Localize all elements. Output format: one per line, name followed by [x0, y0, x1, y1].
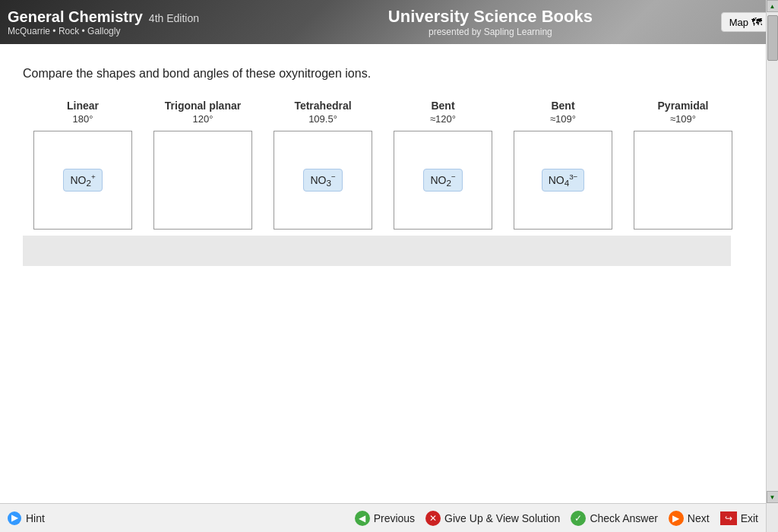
- check-icon: ✓: [571, 511, 586, 526]
- header-publisher: University Science Books: [260, 7, 721, 27]
- next-button[interactable]: ▶ Next: [669, 511, 710, 526]
- column-linear: Linear 180° NO2+: [23, 100, 143, 230]
- column-bent120: Bent ≈120° NO2−: [383, 100, 503, 230]
- header-presented: presented by Sapling Learning: [260, 27, 721, 37]
- angle-bent109: ≈109°: [550, 113, 576, 125]
- give-up-icon: ✕: [425, 511, 441, 526]
- column-bent109: Bent ≈109° NO43−: [503, 100, 623, 230]
- exit-icon: ↪: [720, 511, 737, 525]
- header-left: General Chemistry 4th Edition McQuarrie …: [8, 8, 199, 36]
- dropbox-bent109[interactable]: NO43−: [514, 131, 612, 230]
- angle-trigonal: 120°: [193, 113, 213, 125]
- label-bent109: Bent: [551, 100, 574, 112]
- label-pyramidal: Pyramidal: [658, 100, 709, 112]
- ion-no3-minus[interactable]: NO3−: [303, 169, 342, 192]
- scroll-up-arrow[interactable]: ▲: [767, 0, 779, 12]
- label-trigonal: Trigonal planar: [165, 100, 241, 112]
- previous-icon: ◀: [355, 511, 370, 526]
- angle-tetrahedral: 109.5°: [308, 113, 337, 125]
- column-trigonal: Trigonal planar 120°: [143, 100, 263, 230]
- bottom-bar: ▶ Hint ◀ Previous ✕ Give Up & View Solut…: [0, 503, 766, 532]
- ion-no4-3minus[interactable]: NO43−: [542, 169, 585, 192]
- dropbox-bent120[interactable]: NO2−: [394, 131, 492, 230]
- hint-label: Hint: [26, 512, 45, 524]
- column-tetrahedral: Tetrahedral 109.5° NO3−: [263, 100, 383, 230]
- angle-bent120: ≈120°: [430, 113, 456, 125]
- dropbox-linear[interactable]: NO2+: [33, 131, 132, 230]
- scrollbar: ▲ ▼: [766, 0, 778, 532]
- svg-text:↪: ↪: [725, 513, 732, 524]
- give-up-label: Give Up & View Solution: [444, 512, 560, 524]
- label-linear: Linear: [67, 100, 99, 112]
- map-label: Map: [729, 17, 748, 28]
- label-bent120: Bent: [431, 100, 454, 112]
- check-answer-label: Check Answer: [590, 512, 657, 524]
- header-center: University Science Books presented by Sa…: [199, 7, 721, 37]
- map-button[interactable]: Map 🗺: [721, 12, 770, 32]
- exit-label: Exit: [741, 512, 758, 524]
- previous-label: Previous: [374, 512, 415, 524]
- angle-pyramidal: ≈109°: [670, 113, 696, 125]
- dropbox-tetrahedral[interactable]: NO3−: [274, 131, 372, 230]
- check-answer-button[interactable]: ✓ Check Answer: [571, 511, 657, 526]
- columns-container: Linear 180° NO2+ Trigonal planar 120° Te…: [23, 100, 743, 230]
- map-icon: 🗺: [751, 16, 762, 28]
- header-authors: McQuarrie • Rock • Gallogly: [8, 26, 199, 36]
- header-edition: 4th Edition: [149, 12, 199, 24]
- angle-linear: 180°: [73, 113, 93, 125]
- give-up-button[interactable]: ✕ Give Up & View Solution: [425, 511, 560, 526]
- next-label: Next: [688, 512, 710, 524]
- next-icon: ▶: [669, 511, 684, 526]
- label-tetrahedral: Tetrahedral: [294, 100, 351, 112]
- drop-strip[interactable]: [23, 236, 731, 266]
- hint-area[interactable]: ▶ Hint: [8, 511, 45, 525]
- column-pyramidal: Pyramidal ≈109°: [623, 100, 743, 230]
- scroll-thumb[interactable]: [767, 15, 778, 61]
- hint-icon: ▶: [8, 511, 21, 525]
- dropbox-pyramidal[interactable]: [634, 131, 732, 230]
- header: General Chemistry 4th Edition McQuarrie …: [0, 0, 778, 44]
- main-content: Compare the shapes and bond angles of th…: [0, 44, 766, 281]
- previous-button[interactable]: ◀ Previous: [355, 511, 415, 526]
- question-text: Compare the shapes and bond angles of th…: [23, 67, 743, 81]
- dropbox-trigonal[interactable]: [153, 131, 252, 230]
- ion-no2-plus[interactable]: NO2+: [63, 169, 102, 192]
- scroll-down-arrow[interactable]: ▼: [767, 491, 779, 503]
- header-title: General Chemistry: [8, 8, 143, 26]
- exit-button[interactable]: ↪ Exit: [720, 511, 758, 525]
- ion-no2-minus[interactable]: NO2−: [423, 169, 462, 192]
- nav-buttons: ◀ Previous ✕ Give Up & View Solution ✓ C…: [355, 511, 758, 526]
